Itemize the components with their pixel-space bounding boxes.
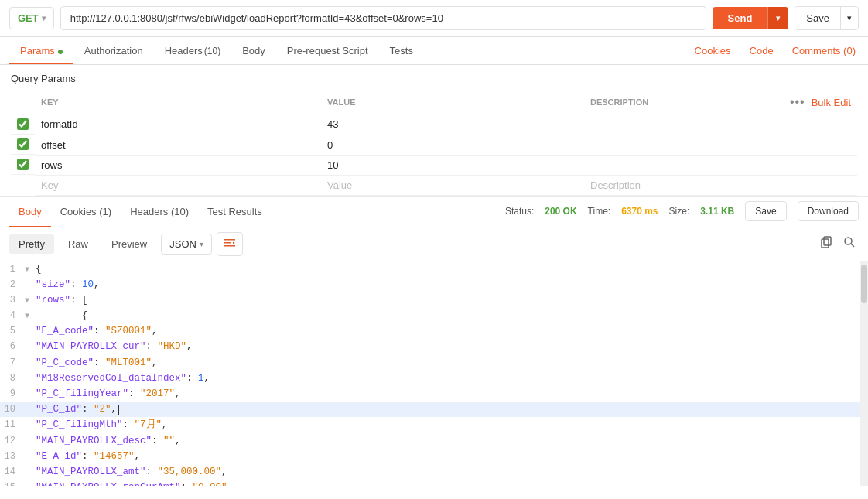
line-number: 9 xyxy=(0,386,25,402)
line-toggle xyxy=(25,371,36,373)
wrap-button[interactable] xyxy=(217,232,243,256)
json-key: "E_A_code" xyxy=(36,326,94,337)
tab-comments-right[interactable]: Comments (0) xyxy=(789,37,859,64)
fmt-tab-raw[interactable]: Raw xyxy=(59,234,97,254)
json-format-chevron-icon: ▾ xyxy=(200,240,203,248)
line-toggle[interactable]: ▼ xyxy=(25,292,36,307)
json-num: 1 xyxy=(198,373,204,384)
line-content: "rows": [ xyxy=(36,292,868,308)
tab-response-body-label: Body xyxy=(19,206,42,217)
line-number: 15 xyxy=(0,480,25,485)
wrap-icon xyxy=(224,237,236,249)
row-value-cell[interactable]: 10 xyxy=(321,155,584,175)
line-content: "M18ReservedCol_dataIndex": 1, xyxy=(36,371,868,386)
line-content: "P_C_filingMth": "7月", xyxy=(36,417,868,432)
table-row: offset 0 xyxy=(11,135,857,155)
json-str: "0.00" xyxy=(193,482,227,485)
row-checkbox-cell[interactable] xyxy=(11,135,35,155)
time-label: Time: xyxy=(588,206,611,217)
copy-button[interactable] xyxy=(817,233,836,255)
json-str: "" xyxy=(163,436,175,446)
line-content: "MAIN_PAYROLLX_desc": "", xyxy=(36,433,868,449)
json-punct: , xyxy=(186,341,193,352)
more-options-button[interactable]: ••• xyxy=(790,95,805,109)
json-punct: : xyxy=(186,373,198,384)
json-punct: : xyxy=(181,482,193,485)
row-checkbox-cell[interactable] xyxy=(11,175,35,183)
tab-code-right[interactable]: Code xyxy=(747,37,777,64)
tab-tests[interactable]: Tests xyxy=(379,37,424,64)
tab-response-cookies[interactable]: Cookies (1) xyxy=(51,201,121,222)
tab-body[interactable]: Body xyxy=(231,37,276,64)
tab-response-body[interactable]: Body xyxy=(9,201,51,222)
line-number: 13 xyxy=(0,449,25,464)
save-response-button[interactable]: Save xyxy=(745,201,786,221)
json-punct: { xyxy=(36,310,88,321)
line-content: "MAIN_PAYROLLX_cur": "HKD", xyxy=(36,339,868,354)
send-dropdown-button[interactable]: ▾ xyxy=(767,7,788,29)
tab-params[interactable]: Params xyxy=(9,37,73,64)
row-checkbox-cell[interactable] xyxy=(11,114,35,135)
line-number: 7 xyxy=(0,355,25,371)
fmt-tab-preview[interactable]: Preview xyxy=(102,234,156,254)
status-info: Status: 200 OK Time: 6370 ms Size: 3.11 … xyxy=(505,201,859,221)
fmt-pretty-label: Pretty xyxy=(19,238,45,250)
row-key-cell[interactable]: rows xyxy=(35,155,321,175)
send-button[interactable]: Send xyxy=(713,7,768,29)
tab-cookies-right[interactable]: Cookies xyxy=(692,37,734,64)
tab-headers[interactable]: Headers (10) xyxy=(154,37,231,64)
bulk-edit-button[interactable]: Bulk Edit xyxy=(812,97,851,108)
json-punct: : xyxy=(94,326,105,337)
json-str: "2017" xyxy=(140,388,175,399)
row-checkbox[interactable] xyxy=(17,138,29,150)
line-content: "P_C_id": "2", xyxy=(36,402,868,417)
line-toggle[interactable]: ▼ xyxy=(25,261,36,276)
url-input[interactable] xyxy=(60,6,706,30)
line-content: "MAIN_PAYROLLX_repCurAmt": "0.00" xyxy=(36,480,868,485)
tab-authorization[interactable]: Authorization xyxy=(73,37,154,64)
save-button[interactable]: Save xyxy=(795,7,840,29)
row-checkbox-cell[interactable] xyxy=(11,155,35,175)
th-key: KEY xyxy=(35,91,321,114)
row-key-cell[interactable]: formatId xyxy=(35,114,321,135)
value-placeholder: Value xyxy=(327,179,352,191)
row-description-cell[interactable] xyxy=(584,135,857,155)
fmt-tab-pretty[interactable]: Pretty xyxy=(9,234,54,254)
top-bar: GET ▾ Send ▾ Save ▾ xyxy=(0,0,868,37)
line-number: 2 xyxy=(0,277,25,292)
json-punct: : [ xyxy=(70,295,88,306)
line-content: "E_A_id": "14657", xyxy=(36,449,868,464)
line-toggle[interactable]: ▼ xyxy=(25,308,36,323)
row-value-cell[interactable]: 43 xyxy=(321,114,584,135)
method-select[interactable]: GET ▾ xyxy=(9,7,54,29)
size-value: 3.11 KB xyxy=(700,206,734,217)
save-dropdown-button[interactable]: ▾ xyxy=(840,7,858,29)
json-punct: : xyxy=(152,436,163,446)
json-punct: , xyxy=(94,279,100,290)
row-checkbox[interactable] xyxy=(17,159,29,170)
method-chevron-icon: ▾ xyxy=(42,14,46,22)
row-checkbox[interactable] xyxy=(17,118,29,130)
right-tabs: Cookies Code Comments (0) xyxy=(692,37,859,64)
json-str: "2" xyxy=(94,404,111,415)
status-label: Status: xyxy=(505,206,534,217)
row-value-cell[interactable]: 0 xyxy=(321,135,584,155)
scrollbar[interactable] xyxy=(860,261,868,486)
row-key-cell[interactable]: offset xyxy=(35,135,321,155)
request-tabs: Params Authorization Headers (10) Body P… xyxy=(0,37,868,65)
row-description-cell[interactable] xyxy=(584,114,857,135)
json-punct: , xyxy=(175,388,181,399)
format-select[interactable]: JSON ▾ xyxy=(161,234,212,255)
tab-test-results[interactable]: Test Results xyxy=(198,201,272,222)
row-value-cell[interactable]: Value xyxy=(321,175,584,195)
row-description-cell[interactable] xyxy=(584,155,857,175)
row-description-cell[interactable]: Description xyxy=(584,175,857,195)
tab-response-headers[interactable]: Headers (10) xyxy=(121,201,198,222)
tab-prerequest[interactable]: Pre-request Script xyxy=(276,37,379,64)
scrollbar-thumb[interactable] xyxy=(861,265,867,303)
json-key: "MAIN_PAYROLLX_cur" xyxy=(36,341,146,352)
download-button[interactable]: Download xyxy=(798,201,859,221)
row-key-cell[interactable]: Key xyxy=(35,175,321,195)
line-toggle xyxy=(25,339,36,341)
search-button[interactable] xyxy=(840,233,859,255)
